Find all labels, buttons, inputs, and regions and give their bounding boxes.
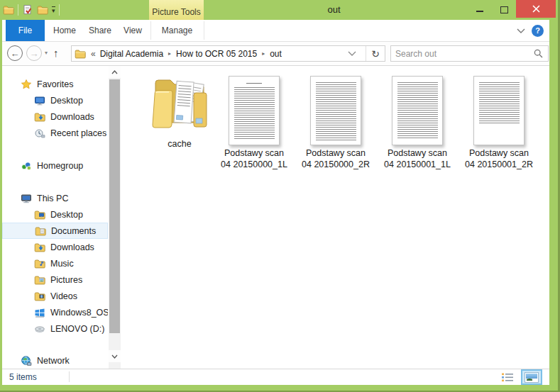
star-icon	[21, 79, 32, 90]
large-icons-view-button[interactable]	[521, 369, 542, 385]
sidebar-item-label: Homegroup	[37, 161, 83, 171]
scroll-up-button[interactable]	[109, 66, 121, 78]
sidebar-item-pictures[interactable]: Pictures	[2, 271, 108, 288]
tab-share[interactable]: Share	[83, 20, 117, 41]
sidebar-item-label: Network	[37, 356, 70, 366]
sidebar-scrollbar[interactable]	[109, 66, 121, 369]
file-item-scan-0000-1l[interactable]: Podstawy scan 04 20150000_1L	[215, 73, 293, 179]
file-name-line2: 04 20150000_2R	[297, 159, 375, 171]
help-button[interactable]: ?	[532, 25, 544, 37]
breadcrumb-overflow-icon[interactable]: «	[89, 49, 97, 59]
windows-drive-icon	[34, 307, 45, 318]
sidebar-item-label: Recent places	[50, 128, 106, 138]
new-folder-icon[interactable]	[37, 4, 48, 16]
file-name: cache	[141, 139, 219, 150]
page-text-lines	[397, 82, 438, 140]
sidebar-item-favorites[interactable]: Favorites	[2, 76, 108, 92]
scanned-page-thumbnail	[310, 76, 361, 145]
sidebar-item-desktop-favorite[interactable]: Desktop	[2, 92, 108, 108]
customize-qat-caret-icon[interactable]: ▾	[52, 6, 55, 13]
file-item-scan-0000-2r[interactable]: Podstawy scan 04 20150000_2R	[297, 73, 375, 179]
network-icon	[21, 355, 32, 366]
details-view-icon	[501, 372, 514, 383]
file-label: Podstawy scan 04 20150001_2R	[460, 148, 538, 170]
recent-locations-caret-icon[interactable]: ▾	[45, 50, 48, 56]
tab-manage[interactable]: Manage	[151, 20, 203, 41]
breadcrumb-item[interactable]: Digital Academia	[97, 49, 166, 59]
up-button[interactable]: ↑	[53, 47, 59, 59]
search-icon[interactable]	[534, 49, 543, 58]
back-button[interactable]: ←	[7, 45, 23, 61]
file-name-line1: Podstawy scan	[215, 148, 293, 159]
breadcrumb-separator-icon[interactable]: ▸	[166, 50, 173, 57]
tab-separator	[204, 21, 204, 40]
status-separator	[69, 371, 70, 382]
tab-view[interactable]: View	[117, 20, 148, 41]
music-folder-icon	[34, 258, 45, 269]
properties-icon[interactable]	[22, 4, 33, 16]
sidebar-item-label: LENOVO (D:)	[50, 324, 104, 334]
explorer-app-icon[interactable]	[3, 4, 14, 16]
sidebar-item-recent-places[interactable]: Recent places	[2, 125, 108, 141]
breadcrumb-item[interactable]: out	[267, 49, 285, 59]
file-name-line2: 04 20150000_1L	[215, 159, 293, 171]
breadcrumb-separator-icon[interactable]: ▸	[260, 50, 267, 57]
current-folder-icon	[75, 48, 86, 60]
address-toolbar: ← → ▾ ↑ « Digital Academia ▸ How to OCR …	[2, 42, 549, 66]
scroll-down-button[interactable]	[109, 350, 121, 362]
scrollbar-thumb[interactable]	[109, 79, 120, 333]
maximize-button[interactable]	[492, 0, 516, 18]
details-view-button[interactable]	[499, 371, 516, 383]
minimize-icon	[476, 11, 483, 12]
file-label: cache	[141, 139, 219, 150]
tab-file[interactable]: File	[6, 20, 45, 41]
folder-with-contents-icon	[147, 73, 212, 134]
item-count: 5 items	[9, 372, 37, 382]
tab-manage-label: Manage	[162, 26, 192, 35]
file-label: Podstawy scan 04 20150000_1L	[215, 148, 293, 170]
navigation-pane: Favorites Desktop Downloads Recent place…	[2, 66, 121, 369]
file-item-scan-0001-2r[interactable]: Podstawy scan 04 20150001_2R	[460, 73, 538, 179]
sidebar-item-label: Favorites	[37, 79, 73, 89]
sidebar-item-documents[interactable]: Documents	[2, 223, 108, 239]
sidebar-item-label: Desktop	[50, 210, 83, 220]
page-text-lines	[234, 87, 275, 139]
forward-arrow-icon: →	[30, 48, 39, 59]
desktop-icon	[34, 95, 45, 106]
sidebar-item-network[interactable]: Network	[2, 352, 108, 369]
refresh-icon: ↻	[371, 48, 380, 60]
sidebar-item-desktop[interactable]: Desktop	[2, 206, 108, 223]
minimize-button[interactable]	[468, 0, 492, 18]
videos-folder-icon	[34, 291, 45, 302]
sidebar-item-label: Downloads	[50, 112, 94, 122]
sidebar-item-this-pc[interactable]: This PC	[2, 190, 108, 206]
forward-button[interactable]: →	[26, 45, 42, 61]
tab-view-label: View	[123, 26, 142, 35]
file-name-line1: Podstawy scan	[297, 148, 375, 159]
ribbon-tabs-row: File Home Share View Manage ?	[2, 20, 549, 42]
sidebar-item-videos[interactable]: Videos	[2, 288, 108, 304]
close-button[interactable]	[516, 0, 556, 18]
file-name-line1: Podstawy scan	[460, 148, 538, 159]
sidebar-item-downloads[interactable]: Downloads	[2, 239, 108, 255]
sidebar-item-homegroup[interactable]: Homegroup	[2, 157, 108, 174]
expand-ribbon-icon[interactable]	[517, 28, 525, 33]
breadcrumb-item[interactable]: How to OCR 05 2015	[173, 49, 260, 59]
file-item-scan-0001-1l[interactable]: Podstawy scan 04 20150001_1L	[378, 73, 456, 179]
sidebar-item-downloads-favorite[interactable]: Downloads	[2, 108, 108, 125]
sidebar-item-lenovo-drive[interactable]: LENOVO (D:)	[2, 320, 108, 337]
refresh-button[interactable]: ↻	[366, 46, 385, 61]
chevron-down-icon	[111, 354, 118, 359]
file-item-cache[interactable]: cache	[141, 73, 219, 179]
address-bar[interactable]: « Digital Academia ▸ How to OCR 05 2015 …	[71, 45, 385, 62]
file-name-line1: Podstawy scan	[378, 148, 456, 159]
sidebar-item-music[interactable]: Music	[2, 255, 108, 271]
status-bar: 5 items	[2, 369, 549, 385]
quick-access-toolbar: ▾	[3, 3, 60, 17]
address-dropdown-icon[interactable]	[339, 51, 366, 56]
back-arrow-icon: ←	[11, 48, 20, 59]
maximize-icon	[500, 6, 508, 13]
tab-home[interactable]: Home	[48, 20, 82, 41]
sidebar-item-windows-drive[interactable]: Windows8_OS (C:)	[2, 304, 108, 320]
search-input[interactable]	[391, 49, 534, 59]
